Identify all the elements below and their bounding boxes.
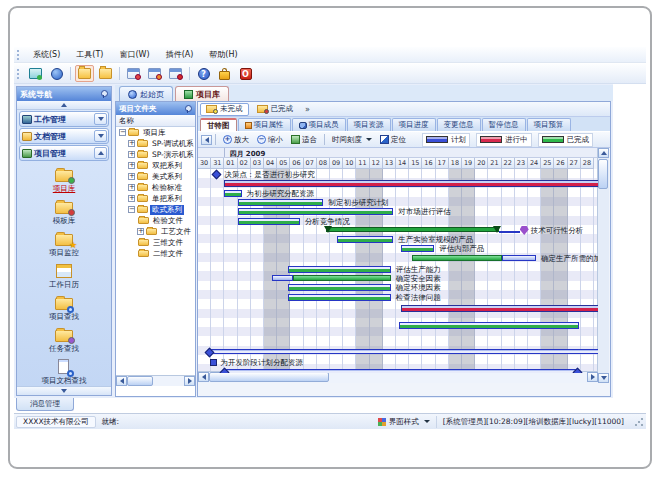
menu-item-1[interactable]: 工具(T) <box>68 47 111 62</box>
main-tab-1[interactable]: 项目库 <box>175 86 229 101</box>
gantt-bar-task[interactable] <box>238 218 300 225</box>
gantt-milestone-pentagon[interactable] <box>520 226 529 235</box>
window-new-button[interactable] <box>124 65 143 82</box>
gantt-bar-redcombo[interactable] <box>224 180 598 187</box>
folder-open-button[interactable] <box>75 65 94 82</box>
gantt-bar-task[interactable] <box>238 208 394 215</box>
message-management-tab[interactable]: 消息管理 <box>16 398 74 411</box>
folder-window-button[interactable] <box>96 65 115 82</box>
gantt-bar-redcombo[interactable] <box>401 305 598 312</box>
scroll-track[interactable] <box>153 376 184 386</box>
exit-button[interactable]: O <box>236 65 255 82</box>
expand-toggle[interactable]: + <box>128 151 135 158</box>
lock-button[interactable] <box>215 65 234 82</box>
sidebar-scroll-down-button[interactable] <box>17 386 111 395</box>
nav-group-button-1[interactable]: 文档管理 <box>19 128 109 144</box>
scroll-thumb[interactable] <box>209 372 329 382</box>
window-edit-button[interactable] <box>145 65 164 82</box>
sidebar-item-6[interactable]: 项目文档查找 <box>17 358 111 385</box>
gantt-tab-2[interactable]: 项目成员 <box>292 118 346 131</box>
tree-row-9[interactable]: +工艺文件 <box>116 226 195 237</box>
sidebar-item-4[interactable]: 项目查找 <box>17 294 111 325</box>
gantt-tab-5[interactable]: 变更信息 <box>437 118 481 131</box>
gantt-tool-zoom-in[interactable]: +放大 <box>219 134 253 146</box>
gantt-bar-summary-done[interactable] <box>326 227 499 232</box>
menu-item-3[interactable]: 插件(A) <box>158 47 202 62</box>
expand-toggle[interactable]: + <box>128 140 135 147</box>
gantt-bar-task[interactable] <box>401 245 434 252</box>
expand-toggle[interactable]: + <box>128 162 135 169</box>
gantt-bar-task[interactable] <box>238 199 324 206</box>
scroll-right-button[interactable] <box>587 372 598 382</box>
filter-button-1[interactable]: 已完成 <box>251 103 300 116</box>
tree-row-2[interactable]: +SP-演示机系 <box>116 149 195 160</box>
expand-toggle[interactable]: + <box>128 173 135 180</box>
gantt-tab-6[interactable]: 暂停信息 <box>482 118 526 131</box>
gantt-bar-task[interactable] <box>337 236 394 243</box>
expand-button[interactable] <box>94 130 107 142</box>
nav-group-button-0[interactable]: 工作管理 <box>19 111 109 127</box>
toolbar-overflow-button[interactable]: » <box>301 105 314 114</box>
gantt-milestone-square[interactable] <box>210 359 217 366</box>
monitor-button[interactable] <box>26 65 45 82</box>
scroll-left-button[interactable] <box>198 372 209 382</box>
scroll-up-button[interactable] <box>598 148 609 158</box>
tree-horizontal-scrollbar[interactable] <box>116 375 195 386</box>
ui-style-button[interactable]: 界面样式 <box>372 416 437 428</box>
gantt-bar-plan[interactable] <box>502 255 536 261</box>
collapse-tree-button[interactable] <box>201 135 212 145</box>
tree-row-1[interactable]: +SP-调试机系 <box>116 138 195 149</box>
tree-row-0[interactable]: −项目库 <box>116 127 195 138</box>
scroll-thumb[interactable] <box>127 376 153 386</box>
pin-icon[interactable] <box>184 105 192 113</box>
gantt-bar-done[interactable] <box>293 275 391 281</box>
gantt-tool-zoom-out[interactable]: −缩小 <box>253 134 287 146</box>
gantt-chart-body[interactable]: 决策点：是否进行初步研究为初步研究分配资源制定初步研究计划对市场进行评估分析竞争… <box>198 169 598 373</box>
main-tab-0[interactable]: 起始页 <box>119 86 173 101</box>
gantt-tab-0[interactable]: 甘特图 <box>200 118 237 131</box>
tree-row-11[interactable]: 二维文件 <box>116 248 195 259</box>
scroll-left-button[interactable] <box>116 376 127 386</box>
gantt-bar-task[interactable] <box>399 322 580 329</box>
gantt-bar-summary-plan[interactable] <box>224 369 576 373</box>
globe-button[interactable] <box>47 65 66 82</box>
tree-row-4[interactable]: +美式系列 <box>116 171 195 182</box>
gantt-bar-task[interactable] <box>288 284 391 291</box>
tree-row-3[interactable]: +双把系列 <box>116 160 195 171</box>
expand-toggle[interactable]: + <box>128 195 135 202</box>
expand-button[interactable] <box>94 113 107 125</box>
gantt-bar-summary-plan[interactable] <box>209 349 598 354</box>
scroll-down-button[interactable] <box>598 373 609 383</box>
collapse-toggle[interactable]: − <box>119 129 126 136</box>
tree-row-8[interactable]: 检验文件 <box>116 215 195 226</box>
tree-row-10[interactable]: 三维文件 <box>116 237 195 248</box>
gantt-tool-locate[interactable]: 定位 <box>376 134 410 146</box>
scroll-thumb[interactable] <box>598 159 608 189</box>
tree-row-5[interactable]: +检验标准 <box>116 182 195 193</box>
sidebar-item-5[interactable]: 任务查找 <box>17 326 111 357</box>
gantt-tool-fit[interactable]: 适合 <box>287 134 321 146</box>
sidebar-item-3[interactable]: 工作日历 <box>17 262 111 293</box>
gantt-tool-dropdown[interactable]: 时间刻度 <box>328 134 376 146</box>
tree-row-6[interactable]: +单把系列 <box>116 193 195 204</box>
expand-toggle[interactable]: + <box>137 228 144 235</box>
toolbar-grip[interactable] <box>17 69 22 79</box>
sidebar-item-2[interactable]: ★项目监控 <box>17 230 111 261</box>
scroll-track[interactable] <box>598 190 609 373</box>
gantt-tab-4[interactable]: 项目进度 <box>392 118 436 131</box>
gantt-bar-task[interactable] <box>288 266 391 273</box>
nav-group-button-2[interactable]: 项目管理 <box>19 145 109 161</box>
gantt-bar-task[interactable] <box>288 294 391 301</box>
menu-item-2[interactable]: 窗口(W) <box>111 47 157 62</box>
gantt-milestone-diamond[interactable] <box>212 170 222 180</box>
scroll-track[interactable] <box>329 372 587 383</box>
menubar-grip[interactable] <box>17 50 22 60</box>
gantt-tab-1[interactable]: 项目属性 <box>238 118 291 131</box>
gantt-bar-task[interactable] <box>224 190 241 197</box>
menu-item-0[interactable]: 系统(S) <box>25 47 68 62</box>
sidebar-item-1[interactable]: 模板库 <box>17 198 111 229</box>
gantt-tab-3[interactable]: 项目资源 <box>347 118 391 131</box>
pin-icon[interactable] <box>100 90 108 98</box>
menu-item-4[interactable]: 帮助(H) <box>201 47 245 62</box>
sidebar-scroll-up-button[interactable] <box>17 101 111 110</box>
